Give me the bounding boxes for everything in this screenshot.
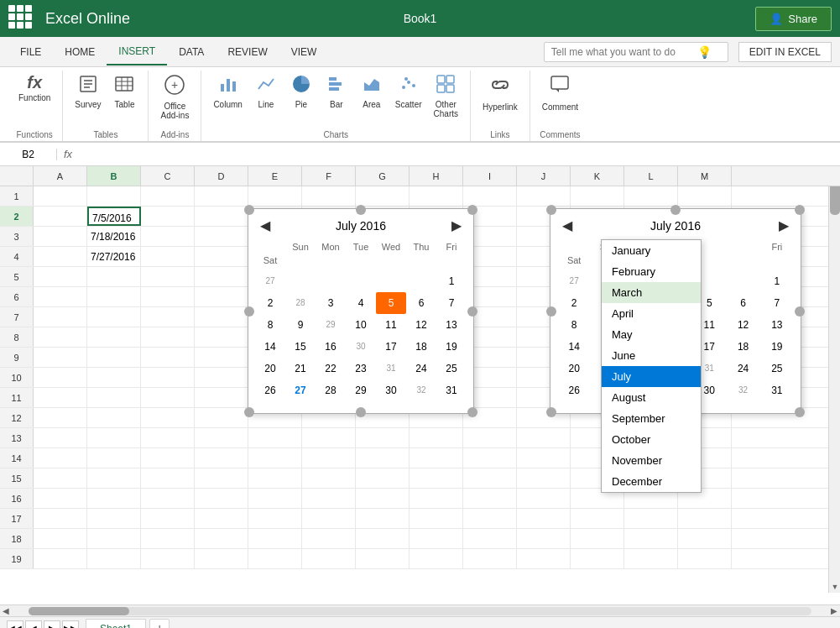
col-header-I[interactable]: I: [463, 166, 517, 186]
col-header-F[interactable]: F: [302, 166, 356, 186]
cal-day[interactable]: [406, 270, 436, 292]
resize-handle-top[interactable]: [356, 205, 366, 215]
cell-D4[interactable]: [195, 247, 248, 266]
cell-A4[interactable]: [34, 247, 87, 266]
col-header-C[interactable]: C: [141, 166, 195, 186]
cal-day[interactable]: 25: [760, 358, 794, 379]
cal-day[interactable]: 28: [316, 379, 346, 401]
cell-C3[interactable]: [141, 227, 195, 246]
cal-day[interactable]: [346, 401, 376, 406]
cal-day[interactable]: [376, 270, 406, 292]
cal-day[interactable]: [557, 401, 591, 406]
cal-day[interactable]: 14: [255, 336, 285, 358]
resize-handle-tr[interactable]: [795, 205, 805, 215]
cell-A2[interactable]: [34, 207, 87, 226]
cell-D2[interactable]: [195, 207, 248, 226]
edit-in-excel-button[interactable]: EDIT IN EXCEL: [738, 42, 832, 62]
cal-day[interactable]: 1: [436, 270, 467, 292]
ribbon-item-comment[interactable]: Comment: [537, 71, 583, 115]
cal-title-1[interactable]: July 2016: [336, 219, 386, 233]
nav-next-sheet[interactable]: ▶: [44, 620, 60, 629]
ribbon-item-table[interactable]: Table: [107, 71, 141, 113]
cal-day[interactable]: 18: [726, 336, 759, 358]
cal-day[interactable]: 4: [346, 292, 376, 314]
resize-handle-right[interactable]: [467, 306, 477, 317]
search-bar[interactable]: 💡: [544, 42, 728, 62]
col-header-L[interactable]: L: [624, 166, 678, 186]
cal-day[interactable]: 31: [760, 379, 794, 401]
cell-B1[interactable]: [87, 186, 141, 206]
cell-A5[interactable]: [34, 267, 87, 286]
cal-day[interactable]: 6: [726, 292, 759, 314]
ribbon-item-bar[interactable]: Bar: [320, 71, 353, 113]
month-item-may[interactable]: May: [602, 324, 701, 345]
cell-E1[interactable]: [248, 186, 302, 206]
cell-B5[interactable]: [87, 267, 141, 286]
col-header-M[interactable]: M: [678, 166, 732, 186]
month-item-september[interactable]: September: [602, 408, 701, 429]
month-item-february[interactable]: February: [602, 261, 701, 282]
cal-day[interactable]: [346, 270, 376, 292]
nav-last-sheet[interactable]: ▶▶: [62, 620, 79, 629]
ribbon-item-hyperlink[interactable]: Hyperlink: [477, 71, 523, 115]
cal-day[interactable]: 24: [726, 358, 759, 379]
month-item-march[interactable]: March: [602, 282, 701, 303]
cal-day[interactable]: 25: [436, 358, 467, 379]
cal-day[interactable]: 20: [557, 358, 591, 379]
month-item-october[interactable]: October: [602, 429, 701, 450]
scroll-right-button[interactable]: ▶: [828, 606, 840, 615]
cell-L1[interactable]: [624, 186, 678, 206]
cal-day[interactable]: 26: [557, 379, 591, 401]
cal-prev-button-1[interactable]: ◀: [255, 216, 275, 235]
col-header-D[interactable]: D: [195, 166, 248, 186]
cell-C5[interactable]: [141, 267, 195, 286]
cal-day[interactable]: 19: [760, 336, 794, 358]
cal-day[interactable]: 21: [285, 358, 316, 379]
cal-day[interactable]: 31: [436, 379, 467, 401]
cal-day[interactable]: 17: [376, 336, 406, 358]
add-sheet-button[interactable]: +: [149, 619, 170, 629]
cal-day[interactable]: 24: [406, 358, 436, 379]
scroll-thumb[interactable]: [29, 607, 129, 615]
tab-data[interactable]: DATA: [167, 39, 216, 65]
cal-day[interactable]: 6: [406, 292, 436, 314]
cell-D3[interactable]: [195, 227, 248, 246]
col-header-B[interactable]: B: [87, 166, 141, 186]
cal-day[interactable]: 14: [557, 336, 591, 358]
ribbon-item-survey[interactable]: Survey: [70, 71, 106, 113]
cal-day[interactable]: [726, 270, 759, 292]
resize-handle-bl[interactable]: [244, 407, 254, 417]
ribbon-item-area[interactable]: Area: [355, 71, 389, 113]
month-item-november[interactable]: November: [602, 450, 701, 471]
cal-day[interactable]: 11: [376, 314, 406, 336]
cal-day[interactable]: [285, 401, 316, 406]
cal-day[interactable]: 2: [255, 292, 285, 314]
cal-prev-button-2[interactable]: ◀: [557, 216, 577, 235]
cal-day[interactable]: 7: [436, 292, 467, 314]
col-header-H[interactable]: H: [410, 166, 463, 186]
ribbon-item-office-addins[interactable]: + OfficeAdd-ins: [155, 71, 194, 123]
resize-handle-left[interactable]: [244, 306, 254, 317]
scroll-thumb[interactable]: [830, 181, 840, 215]
resize-handle-right[interactable]: [795, 306, 805, 317]
cal-day[interactable]: 29: [346, 379, 376, 401]
month-item-june[interactable]: June: [602, 345, 701, 366]
cell-I1[interactable]: [463, 186, 517, 206]
cal-day[interactable]: 8: [255, 314, 285, 336]
search-input[interactable]: [551, 46, 694, 58]
month-item-april[interactable]: April: [602, 303, 701, 324]
month-item-december[interactable]: December: [602, 471, 701, 492]
ribbon-item-other-charts[interactable]: OtherCharts: [429, 71, 463, 122]
cell-H1[interactable]: [410, 186, 463, 206]
resize-handle-bl[interactable]: [546, 407, 556, 417]
cal-day[interactable]: 12: [406, 314, 436, 336]
cal-day-today[interactable]: 5: [376, 292, 406, 314]
cell-B2[interactable]: 7/5/2016: [87, 207, 141, 226]
cal-next-button-2[interactable]: ▶: [774, 216, 794, 235]
ribbon-item-line[interactable]: Line: [249, 71, 283, 113]
cell-K1[interactable]: [571, 186, 624, 206]
col-header-J[interactable]: J: [517, 166, 571, 186]
scroll-down-button[interactable]: ▼: [829, 581, 840, 593]
month-item-august[interactable]: August: [602, 387, 701, 408]
cal-day[interactable]: 13: [436, 314, 467, 336]
